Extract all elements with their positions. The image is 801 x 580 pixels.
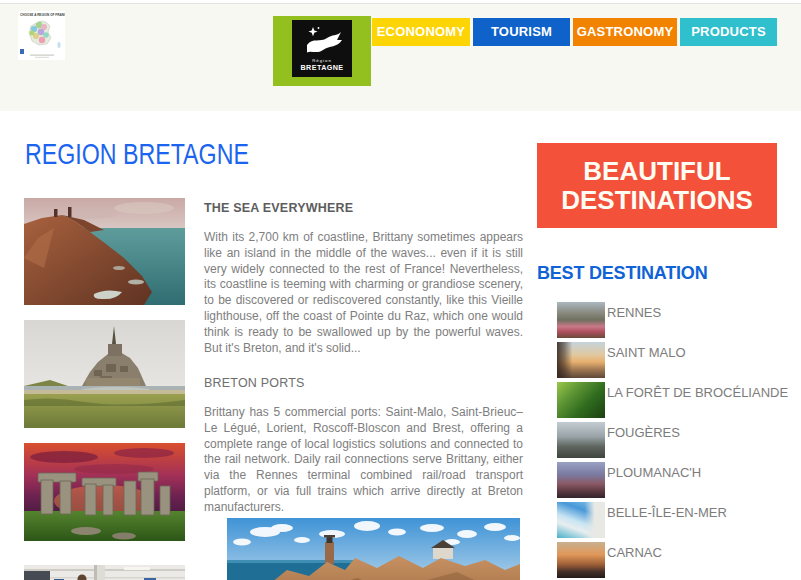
page: CHOOSE A REGION OF FRANCE	[0, 0, 801, 580]
destination-item[interactable]: LA FORÊT DE BROCÉLIANDE	[557, 382, 788, 418]
destination-label: BELLE-ÎLE-EN-MER	[607, 505, 727, 520]
destination-item[interactable]: BELLE-ÎLE-EN-MER	[557, 502, 788, 538]
destination-thumbnail-image	[557, 422, 605, 458]
destination-label: CARNAC	[607, 545, 662, 560]
office-image	[24, 565, 185, 580]
region-picker-title: CHOOSE A REGION OF FRANCE	[20, 13, 65, 17]
header-bar: CHOOSE A REGION OF FRANCE	[0, 0, 801, 111]
destination-list: RENNES SAINT MALO LA FORÊT DE BROCÉLIAND…	[557, 302, 788, 580]
destination-item[interactable]: CARNAC	[557, 542, 788, 578]
destination-label: RENNES	[607, 305, 661, 320]
nav-tab[interactable]: ECONONOMY	[372, 18, 470, 46]
destination-item[interactable]: FOUGÈRES	[557, 422, 788, 458]
destination-label: SAINT MALO	[607, 345, 686, 360]
destination-label: PLOUMANAC'H	[607, 465, 701, 480]
pink-granite-coast-image	[227, 518, 520, 580]
logo-subtitle: Région	[312, 58, 332, 63]
logo-black-square: Région BRETAGNE	[292, 20, 352, 77]
article-section-title-sea: THE SEA EVERYWHERE	[204, 201, 353, 215]
logo-title: BRETAGNE	[301, 63, 344, 72]
region-bretagne-logo[interactable]: Région BRETAGNE	[273, 16, 371, 86]
france-map-icon: CHOOSE A REGION OF FRANCE	[18, 11, 65, 60]
nav-tab[interactable]: GASTRONOMY	[573, 18, 677, 46]
nav-menu: ECONONOMY TOURISM GASTRONOMY PRODUCTS	[372, 18, 777, 46]
page-title: REGION BRETAGNE	[25, 138, 249, 171]
destination-label: LA FORÊT DE BROCÉLIANDE	[607, 385, 788, 400]
destination-item[interactable]: SAINT MALO	[557, 342, 788, 378]
destination-label: FOUGÈRES	[607, 425, 680, 440]
france-regions-map-thumbnail[interactable]: CHOOSE A REGION OF FRANCE	[18, 11, 65, 60]
destination-item[interactable]: RENNES	[557, 302, 788, 338]
mont-saint-michel-image	[24, 320, 185, 428]
best-destination-heading: BEST DESTINATION	[537, 263, 707, 284]
standing-stones-image	[24, 443, 185, 541]
article-paragraph-ports: Brittany has 5 commercial ports: Saint-M…	[204, 405, 523, 516]
destination-item[interactable]: PLOUMANAC'H	[557, 462, 788, 498]
destination-thumbnail-image	[557, 462, 605, 498]
destination-thumbnail-image	[557, 382, 605, 418]
nav-tab[interactable]: TOURISM	[473, 18, 570, 46]
destination-thumbnail-image	[557, 542, 605, 578]
banner-line-2: DESTINATIONS	[537, 186, 777, 215]
cliff-coast-image	[24, 198, 185, 305]
article-section-title-ports: BRETON PORTS	[204, 376, 305, 390]
bretagne-flag-icon: Région BRETAGNE	[292, 20, 352, 77]
destination-thumbnail-image	[557, 302, 605, 338]
beautiful-destinations-banner: BEAUTIFUL DESTINATIONS	[537, 143, 777, 228]
destination-thumbnail-image	[557, 342, 605, 378]
banner-line-1: BEAUTIFUL	[537, 157, 777, 186]
destination-thumbnail-image	[557, 502, 605, 538]
article-paragraph-sea: With its 2,700 km of coastline, Brittany…	[204, 230, 523, 356]
nav-tab[interactable]: PRODUCTS	[680, 18, 777, 46]
